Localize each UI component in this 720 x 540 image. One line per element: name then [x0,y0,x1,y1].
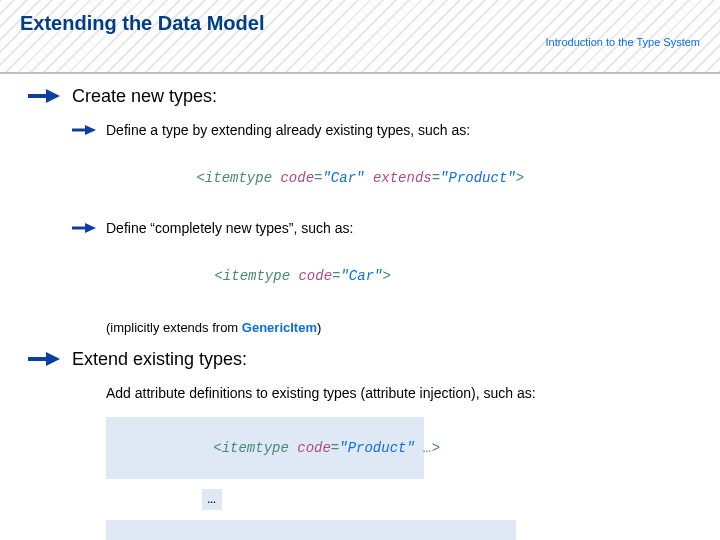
bullet-row: Define a type by extending already exist… [20,121,700,140]
bullet-text: Define a type by extending already exist… [106,121,470,140]
svg-marker-1 [46,89,60,103]
bullet-text: Add attribute definitions to existing ty… [106,384,536,403]
note-line: (implicitly extends from GenericItem) [20,320,700,335]
slide-subtitle: Introduction to the Type System [546,36,701,48]
code-line: <attribute qualifier="MyAttribute"> [20,520,700,540]
code-line: … [20,489,700,510]
slide-title: Extending the Data Model [20,12,700,35]
slide-body: Create new types: Define a type by exten… [0,74,720,540]
arrow-icon [72,125,96,135]
svg-rect-0 [28,94,46,98]
bullet-row: Extend existing types: [20,349,700,370]
arrow-icon [72,223,96,233]
section-heading: Create new types: [72,86,217,107]
svg-rect-4 [72,226,85,229]
bullet-text: Define “completely new types”, such as: [106,219,353,238]
bullet-row: Create new types: [20,86,700,107]
bullet-row: Add attribute definitions to existing ty… [20,384,700,403]
section-heading: Extend existing types: [72,349,247,370]
svg-rect-6 [28,357,46,361]
code-line: <itemtype code="Car"> [20,248,700,307]
arrow-icon [28,89,60,103]
slide-header: Extending the Data Model Introduction to… [0,0,720,74]
svg-marker-7 [46,352,60,366]
svg-marker-3 [85,125,96,135]
svg-rect-2 [72,129,85,132]
arrow-icon [28,352,60,366]
bullet-row: Define “completely new types”, such as: [20,219,700,238]
code-line: <itemtype code="Car" extends="Product"> [20,150,700,209]
svg-marker-5 [85,223,96,233]
code-line: <itemtype code="Product" …> [20,417,700,479]
